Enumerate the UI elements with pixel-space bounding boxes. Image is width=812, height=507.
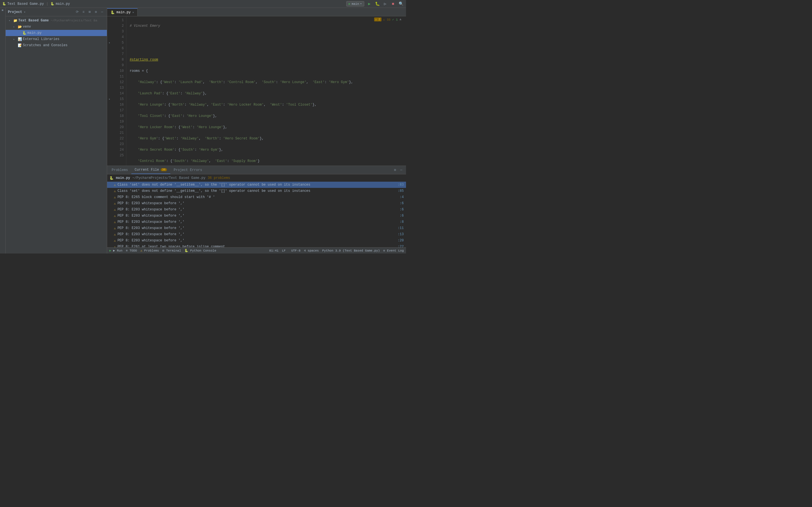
problem-row-10[interactable]: ⚠ PEP 8: E261 at least two spaces before…: [107, 244, 406, 247]
fold-arrow-5[interactable]: ▾: [107, 40, 112, 46]
problem-row-1[interactable]: ⚠ Class 'set' does not define '__getitem…: [107, 188, 406, 194]
problem-row-3[interactable]: ⚠ PEP 8: E203 whitespace before ',' :6: [107, 200, 406, 207]
problem-row-8[interactable]: ⚠ PEP 8: E203 whitespace before ',' :13: [107, 231, 406, 237]
run-icon: ▶: [109, 249, 111, 252]
settings-icon[interactable]: ⚙: [93, 10, 98, 15]
warn-icon-2: ⚠: [114, 195, 116, 199]
event-log-icon: ⊙: [383, 249, 385, 252]
sidebar-item-venv[interactable]: ▸ 📂 venv: [6, 24, 107, 30]
tab-py-icon: 🐍: [110, 10, 115, 15]
problems-panel[interactable]: ⚠ Class 'set' does not define '__setitem…: [107, 182, 406, 247]
problem-loc-6: :8: [400, 220, 404, 224]
cursor-position[interactable]: 81:41: [269, 249, 278, 252]
venv-label: venv: [23, 25, 31, 29]
bottom-panels: Problems Current File 36 Project Errors …: [107, 166, 406, 247]
problem-text-3: PEP 8: E203 whitespace before ',': [117, 202, 398, 205]
problem-text-1: Class 'set' does not define '__getitem__…: [117, 189, 396, 193]
warn-icon-10: ⚠: [114, 245, 116, 247]
problem-row-6[interactable]: ⚠ PEP 8: E203 whitespace before ',' :8: [107, 219, 406, 225]
problem-text-8: PEP 8: E203 whitespace before ',': [117, 232, 396, 236]
problem-row-5[interactable]: ⚠ PEP 8: E203 whitespace before ',' :6: [107, 213, 406, 219]
scroll-up-icon[interactable]: ▲: [400, 17, 402, 21]
left-tool-strip: ▣: [0, 8, 6, 253]
file-header-py-icon: 🐍: [109, 176, 114, 180]
code-line-6: 'Hallway': {'West': 'Launch Pad', 'North…: [130, 79, 403, 85]
status-right: 81:41 LF UTF-8 4 spaces Python 3.9 (Text…: [269, 249, 404, 252]
problem-row-4[interactable]: ⚠ PEP 8: E203 whitespace before ',' :6: [107, 207, 406, 213]
chevron-down-icon: ▾: [9, 19, 12, 22]
event-log-btn[interactable]: ⊙ Event Log: [383, 249, 404, 252]
run-config[interactable]: ▶ main ▾: [346, 1, 364, 6]
problem-loc-2: :4: [400, 195, 404, 199]
problem-loc-4: :6: [400, 208, 404, 212]
python-console-btn[interactable]: 🐍 Python Console: [185, 249, 216, 252]
code-line-1: # Vincent Emery: [130, 23, 403, 29]
panel-minimize-icon[interactable]: —: [399, 168, 404, 173]
tab-current-file[interactable]: Current File 36: [132, 166, 170, 174]
external-libs-label: External Libraries: [23, 37, 59, 41]
status-bar: ▶ ▶ Run ≡ TODO ⚠ Problems ⊟ Terminal 🐍: [107, 247, 406, 253]
chevron-right-icon: ▸: [13, 25, 17, 29]
fold-arrow-15[interactable]: ▾: [107, 96, 112, 102]
sidebar-item-project-root[interactable]: ▾ 📁 Text Based Game ~/PycharmProjects/Te…: [6, 17, 107, 24]
problem-loc-5: :6: [400, 214, 404, 218]
sidebar-dropdown-arrow[interactable]: ▾: [24, 10, 26, 14]
project-tool-btn[interactable]: ▣: [1, 9, 4, 12]
problems-btn[interactable]: ⚠ Problems: [140, 249, 159, 252]
code-line-9: 'Tool Closet': {'East': 'Hero Lounge'},: [130, 113, 403, 119]
code-content[interactable]: # Vincent Emery #starting_room rooms = {…: [126, 16, 406, 166]
tab-close-button[interactable]: ✕: [132, 11, 134, 14]
warn-icon-7: ⚠: [114, 226, 116, 230]
collapse-icon[interactable]: ≡: [81, 10, 86, 15]
problem-row-9[interactable]: ⚠ PEP 8: E203 whitespace before ',' :20: [107, 237, 406, 244]
sidebar: Project ▾ ⟳ ≡ ⊞ ⚙ — ▾ 📁 Text Based Game …: [6, 8, 107, 253]
panel-tab-bar: Problems Current File 36 Project Errors …: [107, 166, 406, 174]
terminal-label: Terminal: [166, 249, 181, 252]
scratches-icon: 📝: [17, 43, 22, 48]
problem-row-7[interactable]: ⚠ PEP 8: E203 whitespace before ',' :11: [107, 225, 406, 231]
minimize-icon[interactable]: —: [100, 10, 105, 15]
tab-main-py[interactable]: 🐍 main.py ✕: [107, 8, 138, 16]
file-header-path: ~/PycharmProjects/Text Based Game.py: [132, 176, 205, 180]
sidebar-item-scratches[interactable]: 📝 Scratches and Consoles: [6, 42, 107, 48]
title-file-2: 🐍 main.py: [50, 2, 70, 6]
problem-text-2: PEP 8: E265 block comment should start w…: [117, 195, 398, 199]
sidebar-item-external-libs[interactable]: ▸ 📊 External Libraries: [6, 36, 107, 42]
problem-text-0: Class 'set' does not define '__setitem__…: [117, 183, 396, 187]
stop-button[interactable]: ■: [390, 1, 396, 7]
filter-icon[interactable]: ⊞: [87, 10, 92, 15]
problem-row-2[interactable]: ⚠ PEP 8: E265 block comment should start…: [107, 194, 406, 200]
fold-gutter: ▾ ▾: [107, 16, 112, 166]
main-py-icon: 🐍: [22, 31, 27, 35]
debug-button[interactable]: 🐛: [374, 1, 380, 7]
problem-loc-10: :22: [398, 245, 404, 247]
tab-label: main.py: [116, 10, 131, 14]
sidebar-item-main-py[interactable]: 🐍 main.py: [6, 30, 107, 36]
coverage-button[interactable]: ▷: [382, 1, 388, 7]
problems-file-header: 🐍 main.py ~/PycharmProjects/Text Based G…: [107, 174, 406, 182]
py-icon-1: 🐍: [2, 2, 6, 6]
code-editor[interactable]: ▾ ▾ 12345 678910 1112131415 1617181920 2…: [107, 16, 406, 166]
title-file-label-1: Text Based Game.py: [7, 2, 44, 6]
warn-icon-5: ⚠: [114, 214, 116, 218]
indent-info[interactable]: 4 spaces: [304, 249, 319, 252]
line-ending[interactable]: LF UTF-8: [282, 249, 301, 252]
problem-loc-8: :13: [398, 232, 404, 236]
python-interpreter[interactable]: Python 3.9 (Text Based Game.py): [322, 249, 380, 252]
search-button[interactable]: 🔍: [398, 1, 404, 7]
py-icon-2: 🐍: [50, 2, 54, 6]
sync-icon[interactable]: ⟳: [75, 10, 80, 15]
terminal-btn[interactable]: ⊟ Terminal: [162, 249, 181, 252]
run-config-dropdown-icon[interactable]: ▾: [360, 2, 362, 5]
problem-loc-3: :6: [400, 202, 404, 205]
code-line-4: #starting_room: [130, 57, 403, 62]
run-button[interactable]: ▶: [366, 1, 372, 7]
problem-row-0[interactable]: ⚠ Class 'set' does not define '__setitem…: [107, 182, 406, 188]
todo-btn[interactable]: ≡ TODO: [126, 249, 137, 252]
tab-problems[interactable]: Problems: [108, 166, 132, 174]
run-status-btn[interactable]: ▶ ▶ Run: [109, 249, 122, 252]
code-line-2: [130, 34, 403, 40]
panel-settings-icon[interactable]: ⚙: [393, 168, 398, 173]
problem-text-4: PEP 8: E203 whitespace before ',': [117, 208, 398, 212]
tab-project-errors[interactable]: Project Errors: [170, 166, 206, 174]
